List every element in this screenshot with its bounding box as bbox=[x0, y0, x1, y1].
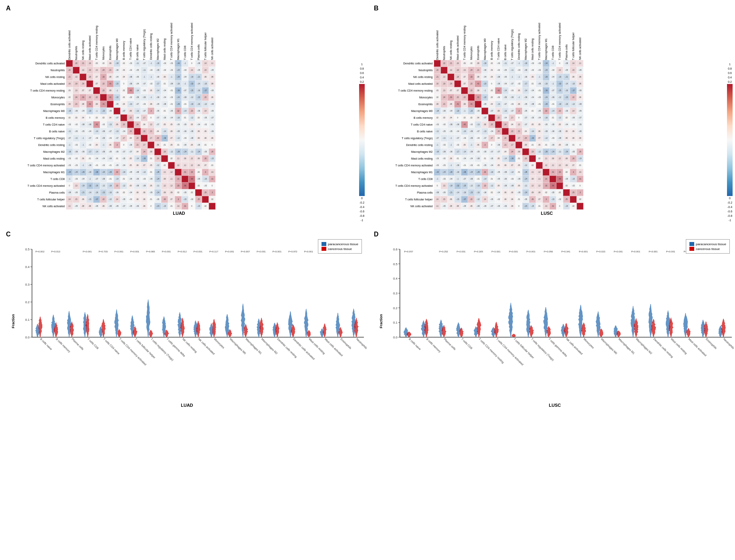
heatmap-cell: .24 bbox=[502, 121, 509, 128]
heatmap-cell: -.05 bbox=[209, 108, 216, 114]
heatmap-cell: -.32 bbox=[188, 80, 195, 87]
heatmap-cell: -.12 bbox=[475, 196, 481, 203]
heatmap-cell: -.12 bbox=[543, 135, 549, 142]
heatmap-cell: .41 bbox=[86, 101, 93, 108]
heatmap-cell: .08 bbox=[577, 80, 583, 87]
heatmap-cell: .05 bbox=[148, 162, 154, 169]
heatmap-cell: -.03 bbox=[66, 155, 73, 162]
heatmap-cell: -.08 bbox=[141, 182, 148, 189]
heatmap-cell: -.05 bbox=[488, 196, 495, 203]
heatmap-cell: -.16 bbox=[107, 189, 114, 196]
heatmap-cell: -.05 bbox=[161, 114, 168, 121]
row-label: Dendritic cells activated bbox=[372, 60, 434, 67]
heatmap-cell: .13 bbox=[441, 74, 447, 80]
heatmap-cell: -.05 bbox=[154, 101, 161, 108]
heatmap-cell: .02 bbox=[577, 196, 583, 203]
heatmap-cell: -.04 bbox=[447, 108, 454, 114]
heatmap-cell: -.08 bbox=[188, 135, 195, 142]
col-label-wrapper: Dendritic cells resting bbox=[515, 12, 522, 60]
heatmap-cell: -.09 bbox=[522, 67, 529, 74]
heatmap-cell: -.12 bbox=[468, 182, 475, 189]
heatmap-cell: -.03 bbox=[536, 94, 543, 101]
heatmap-cell: .01 bbox=[454, 155, 461, 162]
legend-color-blue-d bbox=[689, 242, 694, 246]
heatmap-cell: .05 bbox=[93, 142, 100, 148]
heatmap-row: -.18-.06-.04-.22-.1-.22-.05-.07.09-.13-.… bbox=[66, 108, 216, 114]
heatmap-cell: -.05 bbox=[481, 101, 488, 108]
heatmap-cell: -.03 bbox=[515, 67, 522, 74]
heatmap-cell: .21 bbox=[447, 60, 454, 67]
heatmap-cell: -.14 bbox=[195, 80, 202, 87]
heatmap-cell: .08 bbox=[475, 74, 481, 80]
heatmap-cell: .13 bbox=[441, 182, 447, 189]
heatmap-cell: .06 bbox=[447, 196, 454, 203]
heatmap-cell: -.16 bbox=[175, 80, 182, 87]
heatmap-cell: -.05 bbox=[475, 108, 481, 114]
col-label-wrapper: Mast cells activated bbox=[454, 12, 461, 60]
heatmap-cell: -.25 bbox=[461, 182, 468, 189]
heatmap-cell: .01 bbox=[148, 169, 154, 176]
panel-b: B Dendritic cells activatedNeutrophilsNK… bbox=[372, 4, 735, 228]
heatmap-cell: -.14 bbox=[563, 80, 570, 87]
heatmap-cell: .3 bbox=[148, 108, 154, 114]
col-label-wrapper: Eosinophils bbox=[475, 12, 481, 60]
heatmap-cell: .02 bbox=[66, 94, 73, 101]
heatmap-cell: -.05 bbox=[120, 155, 127, 162]
heatmap-cell: -.03 bbox=[549, 135, 556, 142]
heatmap-cell: -.05 bbox=[127, 203, 134, 210]
col-label-wrapper: T cells CD4 memory resting bbox=[461, 12, 468, 60]
heatmap-cell: .04 bbox=[134, 148, 141, 155]
heatmap-cell: -.05 bbox=[73, 189, 80, 196]
heatmap-cell: -.05 bbox=[134, 74, 141, 80]
heatmap-cell: .04 bbox=[80, 114, 86, 121]
heatmap-cell: .09 bbox=[127, 108, 134, 114]
heatmap-cell: -.1 bbox=[434, 176, 441, 182]
heatmap-cell: -.07 bbox=[481, 114, 488, 121]
heatmap-cell: .12 bbox=[536, 169, 543, 176]
heatmap-cell: -.03 bbox=[441, 176, 447, 182]
heatmap-cell: -.16 bbox=[454, 169, 461, 176]
heatmap-cell: .02 bbox=[488, 87, 495, 94]
heatmap-cell: -.36 bbox=[161, 135, 168, 142]
heatmap-cell: .02 bbox=[536, 155, 543, 162]
heatmap-cell bbox=[134, 128, 141, 135]
heatmap-cell: -.1 bbox=[468, 142, 475, 148]
heatmap-cell: 0 bbox=[454, 114, 461, 121]
heatmap-cell: -.18 bbox=[154, 60, 161, 67]
heatmap-cell: .22 bbox=[488, 121, 495, 128]
heatmap-cell: -.05 bbox=[209, 121, 216, 128]
heatmap-cell: -.08 bbox=[134, 182, 141, 189]
heatmap-cell: .11 bbox=[536, 176, 543, 182]
heatmap-cell: -.04 bbox=[161, 94, 168, 101]
svg-text:B cells memory: B cells memory bbox=[425, 338, 441, 354]
heatmap-cell: -.08 bbox=[175, 128, 182, 135]
svg-text:P=0.117: P=0.117 bbox=[209, 250, 218, 253]
heatmap-cell: -.07 bbox=[509, 80, 515, 87]
heatmap-cell: -.08 bbox=[66, 189, 73, 196]
col-label-wrapper: NK cells activated bbox=[577, 12, 583, 60]
svg-text:P<0.001: P<0.001 bbox=[304, 250, 313, 253]
heatmap-cell: .22 bbox=[100, 87, 107, 94]
row-label: Eosinophils bbox=[372, 101, 434, 108]
heatmap-cell: .21 bbox=[434, 74, 441, 80]
heatmap-cell: -.14 bbox=[454, 189, 461, 196]
heatmap-cell: -.25 bbox=[188, 87, 195, 94]
svg-text:T cells CD8: T cells CD8 bbox=[461, 338, 473, 350]
heatmap-cell: .17 bbox=[141, 114, 148, 121]
col-label-wrapper: Dendritic cells activated bbox=[434, 12, 441, 60]
heatmap-cell: .22 bbox=[66, 67, 73, 74]
heatmap-cell: -.03 bbox=[127, 60, 134, 67]
row-label: Monocytes bbox=[372, 94, 434, 101]
heatmap-cell: -.08 bbox=[502, 169, 509, 176]
heatmap-cell: .18 bbox=[86, 74, 93, 80]
heatmap-cell: -.01 bbox=[93, 162, 100, 169]
heatmap-cell: -.07 bbox=[141, 108, 148, 114]
heatmap-cell: -.07 bbox=[86, 135, 93, 142]
heatmap-cell: .09 bbox=[475, 60, 481, 67]
heatmap-cell: -.13 bbox=[127, 101, 134, 108]
heatmap-cell: .02 bbox=[175, 189, 182, 196]
heatmap-cell: -.06 bbox=[481, 67, 488, 74]
row-label: Mast cells activated bbox=[4, 80, 66, 87]
heatmap-cell: -.29 bbox=[175, 101, 182, 108]
col-label-wrapper: Plasma cells bbox=[195, 12, 202, 60]
